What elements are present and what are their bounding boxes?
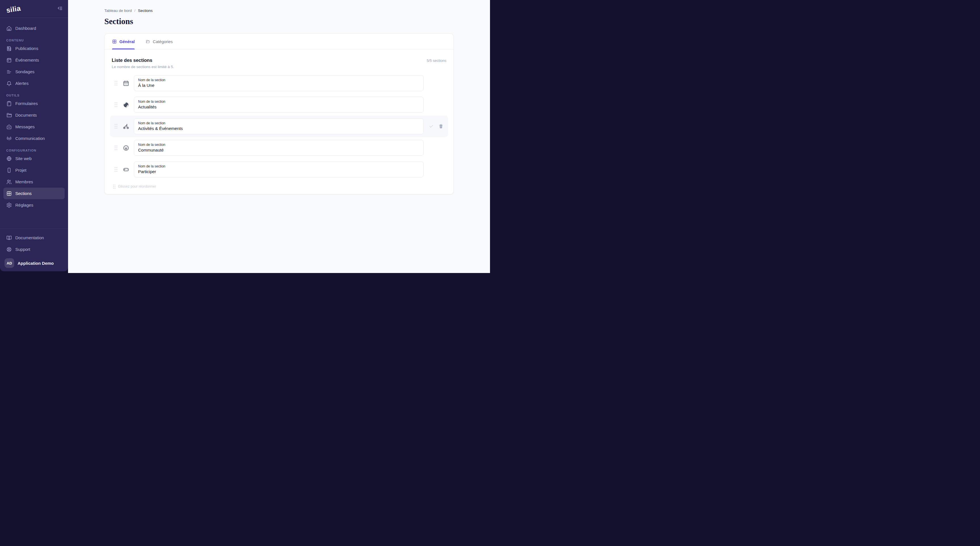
- sidebar-item-label: Communication: [15, 136, 45, 141]
- section-name-input[interactable]: Nom de la section Activités & Événements: [134, 118, 424, 134]
- section-name-input[interactable]: Nom de la section Participer: [134, 161, 424, 177]
- drag-handle-icon[interactable]: [114, 167, 118, 172]
- grid-icon: [112, 39, 117, 44]
- sidebar-item-site-web[interactable]: Site web: [3, 153, 65, 164]
- breadcrumb-separator: /: [134, 8, 135, 13]
- sidebar-item-label: Sondages: [15, 69, 35, 74]
- sidebar-section-contenu: CONTENU: [6, 38, 62, 43]
- panel-title: Liste des sections: [112, 57, 152, 63]
- book-open-icon: [6, 235, 12, 241]
- field-label: Nom de la section: [138, 100, 419, 104]
- section-name-input[interactable]: Nom de la section Actualités: [134, 97, 424, 113]
- drag-handle-icon[interactable]: [114, 123, 118, 129]
- user-menu[interactable]: AD Application Demo: [3, 257, 65, 269]
- sidebar-item-label: Sections: [15, 191, 32, 196]
- tab-bar: Général Catégories: [105, 34, 453, 49]
- section-name-input[interactable]: Nom de la section Communauté: [134, 140, 424, 156]
- drag-handle-icon[interactable]: [114, 145, 118, 151]
- collapse-sidebar-button[interactable]: [57, 6, 63, 12]
- folder-open-icon: [145, 39, 150, 44]
- sidebar-item-label: Réglages: [15, 203, 33, 208]
- field-label: Nom de la section: [138, 164, 419, 168]
- sidebar-section-configuration: CONFIGURATION: [6, 148, 62, 153]
- sidebar-item-evenements[interactable]: Événements: [3, 54, 65, 66]
- tab-categories[interactable]: Catégories: [145, 34, 173, 49]
- grid-icon: [6, 191, 12, 196]
- field-label: Nom de la section: [138, 143, 419, 147]
- sidebar-item-label: Documentation: [15, 235, 44, 240]
- bicycle-icon: [123, 123, 129, 130]
- broadcast-icon: [6, 136, 12, 141]
- sidebar-item-label: Documents: [15, 113, 37, 118]
- calendar-icon: [6, 57, 12, 63]
- sidebar-item-label: Alertes: [15, 81, 29, 86]
- sidebar-header: silia: [0, 0, 68, 18]
- sidebar-item-label: Événements: [15, 57, 39, 62]
- sections-counter: 5/5 sections: [427, 59, 446, 63]
- sidebar-item-membres[interactable]: Membres: [3, 176, 65, 188]
- sections-card: Général Catégories Liste des sections 5/…: [104, 34, 454, 195]
- field-value: Participer: [138, 169, 419, 174]
- confirm-icon[interactable]: [429, 124, 434, 129]
- section-row-highlighted: Nom de la section Activités & Événements: [110, 115, 448, 137]
- smartphone-icon: [6, 168, 12, 173]
- section-name-input[interactable]: Nom de la section À la Une: [134, 75, 424, 91]
- sidebar-item-sondages[interactable]: Sondages: [3, 66, 65, 77]
- reorder-hint-text: Glissez pour réordonner: [118, 184, 156, 188]
- field-value: Activités & Événements: [138, 126, 419, 131]
- sidebar-item-label: Site web: [15, 156, 32, 161]
- users-icon: [6, 179, 12, 185]
- section-row: Nom de la section Communauté: [110, 137, 448, 159]
- tab-general[interactable]: Général: [112, 34, 135, 49]
- sidebar-item-support[interactable]: Support: [3, 243, 65, 255]
- sidebar-item-alertes[interactable]: Alertes: [3, 77, 65, 89]
- home-icon: [6, 26, 12, 31]
- sidebar-item-label: Messages: [15, 124, 35, 129]
- sidebar-section-outils: OUTILS: [6, 93, 62, 97]
- sections-panel: Liste des sections 5/5 sections Le nombr…: [105, 49, 453, 189]
- breadcrumb-dashboard-link[interactable]: Tableau de bord: [104, 8, 132, 13]
- sections-list: Nom de la section À la Une Nom de la sec…: [112, 72, 446, 180]
- row-actions: [424, 124, 446, 129]
- smiley-icon: [123, 144, 129, 151]
- field-value: À la Une: [138, 83, 419, 88]
- field-label: Nom de la section: [138, 78, 419, 82]
- avatar: AD: [5, 258, 14, 268]
- sidebar-item-formulaires[interactable]: Formulaires: [3, 97, 65, 109]
- sidebar-nav: Dashboard CONTENU Publications Événement…: [0, 18, 68, 228]
- field-label: Nom de la section: [138, 121, 419, 125]
- sidebar-item-messages[interactable]: Messages: [3, 121, 65, 133]
- user-name: Application Demo: [18, 261, 54, 266]
- sidebar-item-communication[interactable]: Communication: [3, 133, 65, 144]
- sidebar-item-reglages[interactable]: Réglages: [3, 199, 65, 211]
- sidebar-footer: Documentation Support AD Application Dem…: [0, 228, 68, 271]
- sidebar-item-label: Membres: [15, 179, 33, 184]
- gamepad-icon: [123, 166, 129, 173]
- field-value: Communauté: [138, 148, 419, 152]
- delete-icon[interactable]: [438, 124, 444, 129]
- sidebar-item-projet[interactable]: Projet: [3, 164, 65, 176]
- field-value: Actualités: [138, 104, 419, 109]
- main-content: Tableau de bord / Sections Sections Géné…: [68, 0, 490, 273]
- drag-handle-icon[interactable]: [114, 80, 118, 86]
- breadcrumb: Tableau de bord / Sections: [104, 0, 490, 13]
- drag-handle-icon[interactable]: [114, 102, 118, 107]
- bell-icon: [6, 81, 12, 86]
- section-row: Nom de la section À la Une: [110, 72, 448, 94]
- tab-label: Général: [119, 40, 135, 44]
- sidebar-item-sections[interactable]: Sections: [3, 188, 65, 199]
- calendar-icon: [123, 80, 129, 86]
- sidebar-item-label: Publications: [15, 46, 38, 51]
- sidebar-item-documents[interactable]: Documents: [3, 109, 65, 121]
- sidebar-item-documentation[interactable]: Documentation: [3, 232, 65, 243]
- tab-label: Catégories: [153, 40, 173, 44]
- sidebar-item-label: Dashboard: [15, 26, 36, 30]
- app-root: silia Dashboard CONTENU Publications Évé…: [0, 0, 490, 273]
- poll-lines-icon: [6, 69, 12, 75]
- breadcrumb-current: Sections: [138, 8, 153, 13]
- drag-dots-icon: [113, 184, 116, 189]
- section-row: Nom de la section Participer: [110, 159, 448, 180]
- sidebar-item-publications[interactable]: Publications: [3, 43, 65, 54]
- life-buoy-icon: [6, 247, 12, 252]
- sidebar-item-dashboard[interactable]: Dashboard: [3, 22, 65, 34]
